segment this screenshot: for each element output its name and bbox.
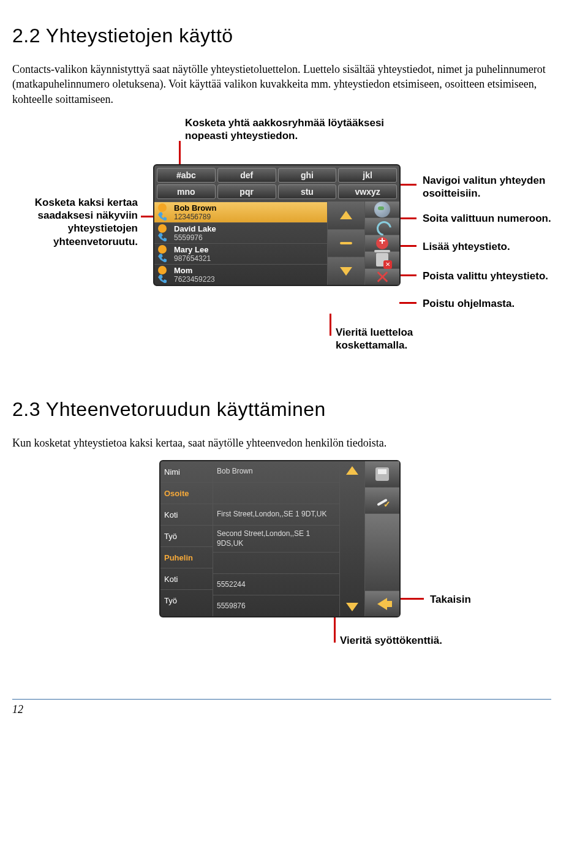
back-arrow-icon [377, 598, 387, 610]
delete-contact-button[interactable] [365, 251, 399, 268]
heading-2-2: 2.2 Yhteystietojen käyttö [12, 25, 551, 47]
close-icon [375, 270, 389, 284]
detail-value[interactable]: Bob Brown [213, 461, 339, 482]
detail-label: Koti [160, 504, 213, 525]
para-2-3: Kun kosketat yhteystietoa kaksi kertaa, … [12, 436, 551, 450]
callout-call: Soita valittuun numeroon. [423, 212, 564, 225]
page-number: 12 [12, 703, 23, 715]
contact-row[interactable]: Mom7623459223 [154, 264, 327, 285]
letter-key-vwxyz[interactable]: vwxyz [338, 184, 397, 199]
letter-key-stu[interactable]: stu [278, 184, 337, 199]
detail-value[interactable]: 5552244 [213, 573, 339, 595]
edit-button[interactable] [365, 487, 399, 513]
contact-number: 7623459223 [174, 275, 323, 284]
phone-icon [158, 212, 167, 221]
callout-back: Takaisin [430, 593, 471, 606]
detail-value[interactable]: 5559876 [213, 595, 339, 616]
navigate-button[interactable] [365, 202, 399, 217]
globe-icon [374, 202, 390, 217]
callout-top: Kosketa yhtä aakkosryhmää löytääksesi no… [185, 116, 399, 143]
callout-navigate: Navigoi valitun yhteyden osoitteisiin. [423, 174, 564, 200]
letter-key-def[interactable]: def [217, 168, 276, 183]
phone-icon [158, 274, 167, 283]
phone-call-icon [375, 219, 390, 234]
detail-value[interactable]: Second Street,London,,SE 1 9DS,UK [213, 525, 339, 552]
callout-exit: Poistu ohjelmasta. [423, 297, 564, 310]
scroll-column-2 [339, 461, 364, 616]
detail-actions [364, 461, 399, 616]
letter-key-jkl[interactable]: jkl [338, 168, 397, 183]
detail-label: Nimi [160, 461, 213, 482]
phone-icon [158, 233, 167, 241]
detail-value [213, 482, 339, 504]
edit-icon [375, 494, 389, 507]
add-contact-button[interactable] [365, 235, 399, 251]
detail-label: Osoite [160, 482, 213, 504]
save-icon [375, 467, 389, 481]
exit-button[interactable] [365, 268, 399, 285]
callout-scroll: Vieritä luetteloa koskettamalla. [336, 326, 458, 352]
add-icon [375, 236, 390, 251]
scroll-down-button[interactable] [328, 257, 364, 285]
letter-key-ghi[interactable]: ghi [278, 168, 337, 183]
save-button[interactable] [365, 461, 399, 487]
detail-value[interactable]: First Street,London,,SE 1 9DT,UK [213, 504, 339, 525]
contact-number: 5559976 [174, 233, 323, 242]
callout-delete: Poista valittu yhteystieto. [423, 270, 564, 282]
person-icon [158, 224, 167, 233]
scroll-column [327, 202, 364, 285]
detail-label: Koti [160, 568, 213, 589]
detail-label: Työ [160, 525, 213, 546]
arrow-down-icon [340, 267, 352, 276]
scroll-up-button[interactable] [328, 202, 364, 229]
contact-row[interactable]: Mary Lee987654321 [154, 243, 327, 264]
callout-left: Kosketa kaksi kertaa saadaksesi näkyviin… [12, 196, 138, 248]
call-button[interactable] [365, 217, 399, 234]
para-2-2: Contacts-valikon käynnistyttyä saat näyt… [12, 62, 551, 107]
arrow-down-icon[interactable] [346, 603, 358, 611]
dash-icon [340, 242, 352, 244]
detail-label: Puhelin [160, 546, 213, 568]
heading-2-3: 2.3 Yhteenvetoruudun käyttäminen [12, 398, 551, 421]
callout-scroll-fields: Vieritä syöttökenttiä. [340, 634, 475, 647]
contact-name: Mom [174, 266, 323, 275]
person-icon [158, 203, 167, 212]
contacts-screenshot: #abcdefghijklmnopqrstuvwxyz Bob Brown123… [153, 164, 401, 286]
detail-label: Työ [160, 589, 213, 611]
action-column [364, 202, 399, 285]
page-footer: 12 [12, 699, 551, 716]
contact-number: 987654321 [174, 254, 323, 263]
letter-key-#abc[interactable]: #abc [157, 168, 216, 183]
callout-add: Lisää yhteystieto. [423, 240, 564, 253]
contact-name: David Lake [174, 224, 323, 233]
contact-row[interactable]: Bob Brown123456789 [154, 202, 327, 222]
contact-name: Mary Lee [174, 245, 323, 254]
scroll-indicator[interactable] [328, 229, 364, 257]
detail-value [213, 552, 339, 573]
arrow-up-icon [340, 211, 352, 219]
figure-contacts: Kosketa yhtä aakkosryhmää löytääksesi no… [12, 116, 551, 386]
trash-icon [376, 253, 388, 266]
contact-name: Bob Brown [174, 203, 323, 213]
letter-key-mno[interactable]: mno [157, 184, 216, 199]
contact-number: 123456789 [174, 213, 323, 221]
person-icon [158, 245, 167, 254]
arrow-up-icon[interactable] [346, 466, 358, 475]
person-icon [158, 266, 167, 274]
letter-key-pqr[interactable]: pqr [217, 184, 276, 199]
contact-row[interactable]: David Lake5559976 [154, 222, 327, 243]
phone-icon [158, 254, 167, 262]
summary-screenshot: NimiOsoiteKotiTyöPuhelinKotiTyö Bob Brow… [159, 460, 401, 617]
back-button[interactable] [365, 591, 399, 617]
figure-summary: Takaisin Vieritä syöttökenttiä. NimiOsoi… [12, 460, 551, 662]
